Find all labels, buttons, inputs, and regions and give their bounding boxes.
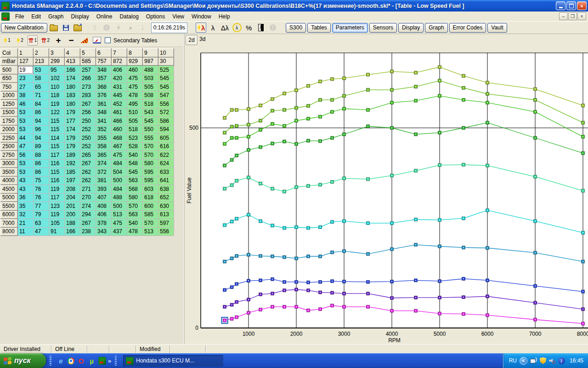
fuel-cell[interactable]: 58 (34, 74, 49, 83)
fuel-cell[interactable]: 43 (18, 176, 34, 185)
internet-explorer-icon[interactable]: e (57, 357, 65, 365)
fuel-cell[interactable]: 543 (143, 108, 158, 117)
rpm-row-header[interactable]: 500 (1, 66, 18, 75)
fuel-cell[interactable]: 638 (158, 185, 174, 194)
fuel-cell[interactable]: 197 (65, 176, 80, 185)
fuel-cell[interactable]: 357 (96, 74, 112, 83)
column-number-header[interactable]: 2 (34, 49, 49, 58)
fuel-cell[interactable]: 500 (112, 202, 127, 211)
fuel-cell[interactable]: 570 (143, 151, 158, 160)
fuel-cell[interactable]: 208 (65, 185, 80, 194)
fuel-cell[interactable]: 545 (158, 74, 174, 83)
nav-sensors-button[interactable]: Sensors (369, 23, 397, 33)
menu-options[interactable]: Options (142, 12, 169, 21)
fuel-cell[interactable]: 116 (49, 159, 65, 168)
menu-window[interactable]: Window (188, 12, 215, 21)
fuel-cell[interactable]: 484 (112, 185, 127, 194)
fuel-cell[interactable]: 348 (96, 66, 112, 75)
fuel-cell[interactable]: 35 (18, 202, 34, 211)
rpm-row-header[interactable]: 3000 (1, 159, 18, 168)
fuel-cell[interactable]: 53 (34, 66, 49, 75)
boxed-lambda-button[interactable]: λ (255, 23, 266, 33)
fuel-cell[interactable]: 556 (158, 227, 174, 236)
fuel-cell[interactable]: 117 (49, 193, 65, 202)
fuel-cell[interactable]: 283 (80, 91, 96, 100)
fuel-cell[interactable]: 201 (65, 202, 80, 211)
rpm-row-header[interactable]: 1250 (1, 100, 18, 109)
fuel-cell[interactable]: 348 (96, 108, 112, 117)
fuel-cell[interactable]: 461 (112, 108, 127, 117)
fuel-cell[interactable]: 180 (65, 83, 80, 92)
fuel-cell[interactable]: 53 (18, 125, 34, 134)
taskbar-task-button[interactable]: Hondata s300 ECU M... (123, 355, 223, 367)
rpm-row-header[interactable]: 2750 (1, 151, 18, 160)
tab-2d[interactable]: 2d (186, 35, 198, 45)
fuel-cell[interactable]: 503 (143, 74, 158, 83)
fuel-cell[interactable]: 180 (65, 100, 80, 109)
rpm-row-header[interactable]: 7000 (1, 219, 18, 228)
fuel-cell[interactable]: 431 (112, 83, 127, 92)
tab-3d[interactable]: 3d (199, 36, 205, 42)
fuel-cell[interactable]: 580 (143, 159, 158, 168)
fuel-cell[interactable]: 406 (96, 210, 112, 219)
fuel-cell[interactable]: 250 (80, 117, 96, 126)
fuel-cell[interactable]: 605 (158, 134, 174, 143)
fuel-cell[interactable]: 179 (65, 108, 80, 117)
fuel-cell[interactable]: 595 (143, 168, 158, 177)
arrows-up-2-button[interactable]: ⇈2 (40, 35, 51, 46)
rpm-row-header[interactable]: 1500 (1, 108, 18, 117)
fuel-cell[interactable]: 572 (158, 108, 174, 117)
fuel-cell[interactable]: 518 (127, 125, 143, 134)
fuel-cell[interactable]: 110 (49, 83, 65, 92)
fuel-cell[interactable]: 437 (112, 227, 127, 236)
fuel-cell[interactable]: 528 (127, 142, 143, 151)
fuel-cell[interactable]: 547 (158, 91, 174, 100)
menu-view[interactable]: View (169, 12, 188, 21)
rpm-row-header[interactable]: 750 (1, 83, 18, 92)
fuel-cell[interactable]: 166 (65, 66, 80, 75)
fuel-cell[interactable]: 603 (143, 185, 158, 194)
fuel-cell[interactable]: 88 (34, 151, 49, 160)
fuel-cell[interactable]: 406 (112, 66, 127, 75)
fuel-cell[interactable]: 119 (49, 210, 65, 219)
fuel-cell[interactable]: 586 (158, 117, 174, 126)
fuel-cell[interactable]: 475 (112, 219, 127, 228)
fuel-cell[interactable]: 641 (158, 176, 174, 185)
quick-launch-handle[interactable] (50, 356, 51, 366)
mdi-close-button[interactable]: × (577, 12, 586, 20)
fuel-cell[interactable]: 53 (18, 168, 34, 177)
fuel-cell[interactable]: 568 (127, 185, 143, 194)
fuel-cell[interactable]: 262 (80, 176, 96, 185)
fuel-cell[interactable]: 355 (96, 134, 112, 143)
fuel-cell[interactable]: 38 (18, 91, 34, 100)
rpm-row-header[interactable]: 2000 (1, 125, 18, 134)
menu-edit[interactable]: Edit (28, 12, 45, 21)
fuel-cell[interactable]: 21 (18, 219, 34, 228)
menu-display[interactable]: Display (67, 12, 92, 21)
fuel-cell[interactable]: 188 (65, 219, 80, 228)
fuel-cell[interactable]: 19 (18, 66, 34, 75)
fuel-cell[interactable]: 495 (127, 100, 143, 109)
fuel-cell[interactable]: 570 (143, 142, 158, 151)
fuel-cell[interactable]: 460 (127, 66, 143, 75)
nav-graph-button[interactable]: Graph (425, 23, 447, 33)
menu-graph[interactable]: Graph (45, 12, 67, 21)
fuel-cell[interactable]: 86 (34, 159, 49, 168)
fuel-cell[interactable]: 525 (158, 66, 174, 75)
nav-tables-button[interactable]: Tables (307, 23, 331, 33)
fuel-cell[interactable]: 118 (49, 91, 65, 100)
mdi-restore-button[interactable]: ❐ (568, 12, 577, 20)
fuel-cell[interactable]: 53 (18, 108, 34, 117)
column-number-header[interactable]: 10 (158, 49, 174, 58)
fuel-cell[interactable]: 267 (80, 100, 96, 109)
fuel-cell[interactable]: 393 (96, 185, 112, 194)
fuel-cell[interactable]: 76 (34, 193, 49, 202)
fuel-cell[interactable]: 115 (49, 125, 65, 134)
decrease-values-button[interactable]: − (66, 35, 76, 46)
fuel-cell[interactable]: 550 (143, 125, 158, 134)
fuel-cell[interactable]: 570 (127, 202, 143, 211)
mbar-value-header[interactable]: 213 (34, 57, 49, 66)
menu-file[interactable]: File (11, 12, 28, 21)
fuel-cell[interactable]: 36 (18, 193, 34, 202)
fuel-cell[interactable]: 76 (34, 185, 49, 194)
